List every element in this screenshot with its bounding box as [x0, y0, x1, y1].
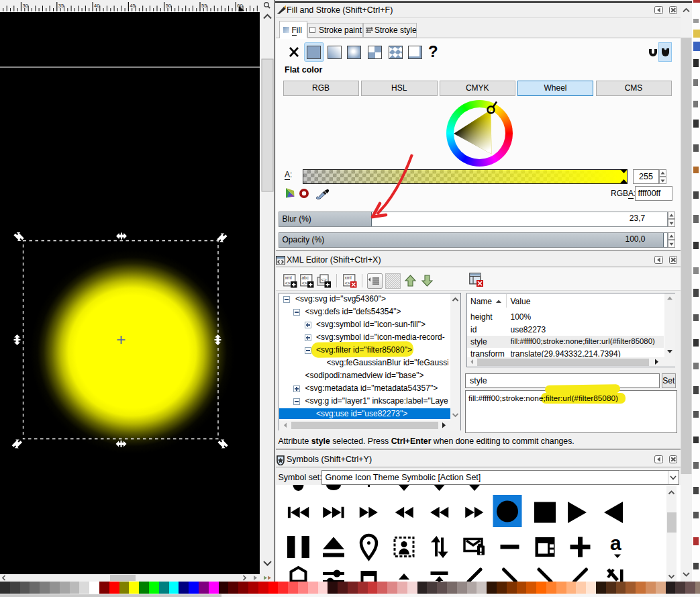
svg-text:<>: <> [344, 281, 350, 285]
svg-text:<>: <> [321, 277, 326, 282]
svg-text:xml: xml [285, 275, 292, 280]
svg-text:<>: <> [285, 281, 290, 285]
svg-text:<>: <> [301, 281, 307, 285]
svg-text:abc: abc [301, 275, 309, 280]
svg-text:a: a [610, 532, 621, 554]
svg-text:xml: xml [344, 275, 352, 280]
